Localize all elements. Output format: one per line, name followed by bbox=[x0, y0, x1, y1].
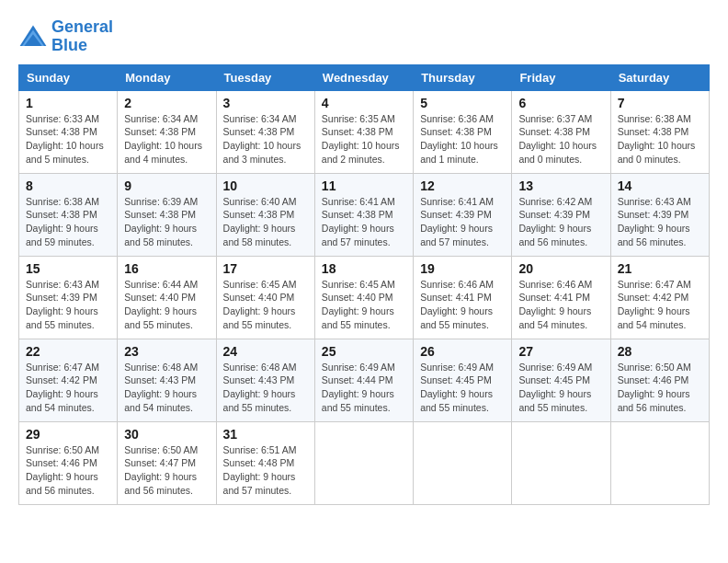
calendar-cell: 10 Sunrise: 6:40 AMSunset: 4:38 PMDaylig… bbox=[216, 173, 314, 256]
weekday-header: Thursday bbox=[414, 64, 512, 90]
calendar-cell: 20 Sunrise: 6:46 AMSunset: 4:41 PMDaylig… bbox=[512, 256, 610, 339]
calendar-cell: 30 Sunrise: 6:50 AMSunset: 4:47 PMDaylig… bbox=[118, 421, 216, 504]
calendar-cell: 1 Sunrise: 6:33 AMSunset: 4:38 PMDayligh… bbox=[19, 90, 118, 173]
day-number: 12 bbox=[420, 178, 505, 193]
day-number: 5 bbox=[420, 96, 505, 110]
calendar-week-row: 29 Sunrise: 6:50 AMSunset: 4:46 PMDaylig… bbox=[19, 421, 710, 504]
day-info: Sunrise: 6:39 AMSunset: 4:38 PMDaylight:… bbox=[124, 196, 198, 247]
calendar-cell: 11 Sunrise: 6:41 AMSunset: 4:38 PMDaylig… bbox=[314, 173, 413, 256]
day-number: 9 bbox=[124, 178, 209, 193]
calendar-cell: 22 Sunrise: 6:47 AMSunset: 4:42 PMDaylig… bbox=[19, 339, 118, 421]
day-number: 30 bbox=[124, 427, 209, 442]
day-info: Sunrise: 6:43 AMSunset: 4:39 PMDaylight:… bbox=[26, 279, 99, 330]
calendar-week-row: 15 Sunrise: 6:43 AMSunset: 4:39 PMDaylig… bbox=[19, 256, 710, 339]
calendar-cell: 28 Sunrise: 6:50 AMSunset: 4:46 PMDaylig… bbox=[610, 339, 709, 421]
day-number: 10 bbox=[223, 178, 308, 193]
day-number: 18 bbox=[322, 261, 406, 276]
day-info: Sunrise: 6:50 AMSunset: 4:46 PMDaylight:… bbox=[26, 444, 99, 496]
day-number: 21 bbox=[618, 261, 702, 276]
day-info: Sunrise: 6:38 AMSunset: 4:38 PMDaylight:… bbox=[618, 113, 696, 165]
weekday-header-row: SundayMondayTuesdayWednesdayThursdayFrid… bbox=[19, 64, 710, 90]
logo-icon bbox=[18, 24, 48, 50]
day-info: Sunrise: 6:45 AMSunset: 4:40 PMDaylight:… bbox=[322, 279, 395, 330]
calendar-cell: 3 Sunrise: 6:34 AMSunset: 4:38 PMDayligh… bbox=[216, 90, 314, 173]
weekday-header: Saturday bbox=[610, 64, 709, 90]
calendar-cell: 21 Sunrise: 6:47 AMSunset: 4:42 PMDaylig… bbox=[610, 256, 709, 339]
day-number: 8 bbox=[26, 178, 110, 193]
calendar-cell: 18 Sunrise: 6:45 AMSunset: 4:40 PMDaylig… bbox=[314, 256, 413, 339]
calendar-cell: 2 Sunrise: 6:34 AMSunset: 4:38 PMDayligh… bbox=[118, 90, 216, 173]
day-number: 4 bbox=[322, 96, 406, 110]
calendar-cell: 19 Sunrise: 6:46 AMSunset: 4:41 PMDaylig… bbox=[414, 256, 512, 339]
day-info: Sunrise: 6:49 AMSunset: 4:44 PMDaylight:… bbox=[322, 362, 395, 413]
calendar-cell bbox=[610, 421, 709, 504]
weekday-header: Wednesday bbox=[314, 64, 413, 90]
calendar-cell: 14 Sunrise: 6:43 AMSunset: 4:39 PMDaylig… bbox=[610, 173, 709, 256]
day-info: Sunrise: 6:37 AMSunset: 4:38 PMDaylight:… bbox=[518, 113, 597, 165]
day-info: Sunrise: 6:36 AMSunset: 4:38 PMDaylight:… bbox=[420, 113, 498, 165]
calendar-cell: 25 Sunrise: 6:49 AMSunset: 4:44 PMDaylig… bbox=[314, 339, 413, 421]
day-number: 27 bbox=[518, 344, 603, 359]
day-number: 14 bbox=[618, 178, 702, 193]
calendar-week-row: 22 Sunrise: 6:47 AMSunset: 4:42 PMDaylig… bbox=[19, 339, 710, 421]
calendar-cell: 8 Sunrise: 6:38 AMSunset: 4:38 PMDayligh… bbox=[19, 173, 118, 256]
day-info: Sunrise: 6:46 AMSunset: 4:41 PMDaylight:… bbox=[420, 279, 494, 330]
day-number: 26 bbox=[420, 344, 505, 359]
calendar-cell bbox=[414, 421, 512, 504]
day-info: Sunrise: 6:43 AMSunset: 4:39 PMDaylight:… bbox=[618, 196, 691, 247]
day-info: Sunrise: 6:49 AMSunset: 4:45 PMDaylight:… bbox=[518, 362, 592, 413]
day-number: 23 bbox=[124, 344, 209, 359]
day-info: Sunrise: 6:49 AMSunset: 4:45 PMDaylight:… bbox=[420, 362, 494, 413]
calendar-week-row: 8 Sunrise: 6:38 AMSunset: 4:38 PMDayligh… bbox=[19, 173, 710, 256]
day-info: Sunrise: 6:50 AMSunset: 4:47 PMDaylight:… bbox=[124, 444, 198, 496]
day-number: 2 bbox=[124, 96, 209, 110]
day-info: Sunrise: 6:42 AMSunset: 4:39 PMDaylight:… bbox=[518, 196, 592, 247]
calendar-cell: 17 Sunrise: 6:45 AMSunset: 4:40 PMDaylig… bbox=[216, 256, 314, 339]
calendar-cell: 29 Sunrise: 6:50 AMSunset: 4:46 PMDaylig… bbox=[19, 421, 118, 504]
day-number: 11 bbox=[322, 178, 406, 193]
day-number: 15 bbox=[26, 261, 110, 276]
day-info: Sunrise: 6:48 AMSunset: 4:43 PMDaylight:… bbox=[124, 362, 198, 413]
day-number: 6 bbox=[518, 96, 603, 110]
calendar-cell: 9 Sunrise: 6:39 AMSunset: 4:38 PMDayligh… bbox=[118, 173, 216, 256]
calendar-table: SundayMondayTuesdayWednesdayThursdayFrid… bbox=[18, 64, 710, 505]
day-number: 3 bbox=[223, 96, 308, 110]
header: General Blue bbox=[18, 18, 710, 55]
day-number: 24 bbox=[223, 344, 308, 359]
day-info: Sunrise: 6:34 AMSunset: 4:38 PMDaylight:… bbox=[124, 113, 202, 165]
day-number: 20 bbox=[518, 261, 603, 276]
day-number: 22 bbox=[26, 344, 110, 359]
day-number: 16 bbox=[124, 261, 209, 276]
calendar-cell bbox=[512, 421, 610, 504]
calendar-cell: 12 Sunrise: 6:41 AMSunset: 4:39 PMDaylig… bbox=[414, 173, 512, 256]
calendar-cell: 24 Sunrise: 6:48 AMSunset: 4:43 PMDaylig… bbox=[216, 339, 314, 421]
calendar-cell: 6 Sunrise: 6:37 AMSunset: 4:38 PMDayligh… bbox=[512, 90, 610, 173]
day-info: Sunrise: 6:45 AMSunset: 4:40 PMDaylight:… bbox=[223, 279, 297, 330]
day-number: 1 bbox=[26, 96, 110, 110]
calendar-cell: 4 Sunrise: 6:35 AMSunset: 4:38 PMDayligh… bbox=[314, 90, 413, 173]
day-number: 19 bbox=[420, 261, 505, 276]
day-info: Sunrise: 6:44 AMSunset: 4:40 PMDaylight:… bbox=[124, 279, 198, 330]
calendar-cell: 15 Sunrise: 6:43 AMSunset: 4:39 PMDaylig… bbox=[19, 256, 118, 339]
day-info: Sunrise: 6:47 AMSunset: 4:42 PMDaylight:… bbox=[618, 279, 691, 330]
calendar-cell: 31 Sunrise: 6:51 AMSunset: 4:48 PMDaylig… bbox=[216, 421, 314, 504]
day-info: Sunrise: 6:34 AMSunset: 4:38 PMDaylight:… bbox=[223, 113, 301, 165]
day-number: 29 bbox=[26, 427, 110, 442]
weekday-header: Friday bbox=[512, 64, 610, 90]
calendar-cell: 13 Sunrise: 6:42 AMSunset: 4:39 PMDaylig… bbox=[512, 173, 610, 256]
calendar-cell: 16 Sunrise: 6:44 AMSunset: 4:40 PMDaylig… bbox=[118, 256, 216, 339]
day-info: Sunrise: 6:35 AMSunset: 4:38 PMDaylight:… bbox=[322, 113, 400, 165]
weekday-header: Sunday bbox=[19, 64, 118, 90]
calendar-cell: 5 Sunrise: 6:36 AMSunset: 4:38 PMDayligh… bbox=[414, 90, 512, 173]
calendar-cell: 7 Sunrise: 6:38 AMSunset: 4:38 PMDayligh… bbox=[610, 90, 709, 173]
day-info: Sunrise: 6:50 AMSunset: 4:46 PMDaylight:… bbox=[618, 362, 691, 413]
logo-text: General Blue bbox=[51, 18, 113, 55]
calendar-cell: 27 Sunrise: 6:49 AMSunset: 4:45 PMDaylig… bbox=[512, 339, 610, 421]
day-number: 25 bbox=[322, 344, 406, 359]
calendar-cell bbox=[314, 421, 413, 504]
calendar-week-row: 1 Sunrise: 6:33 AMSunset: 4:38 PMDayligh… bbox=[19, 90, 710, 173]
logo: General Blue bbox=[18, 18, 113, 55]
day-number: 28 bbox=[618, 344, 702, 359]
day-info: Sunrise: 6:51 AMSunset: 4:48 PMDaylight:… bbox=[223, 444, 297, 496]
day-info: Sunrise: 6:41 AMSunset: 4:38 PMDaylight:… bbox=[322, 196, 395, 247]
